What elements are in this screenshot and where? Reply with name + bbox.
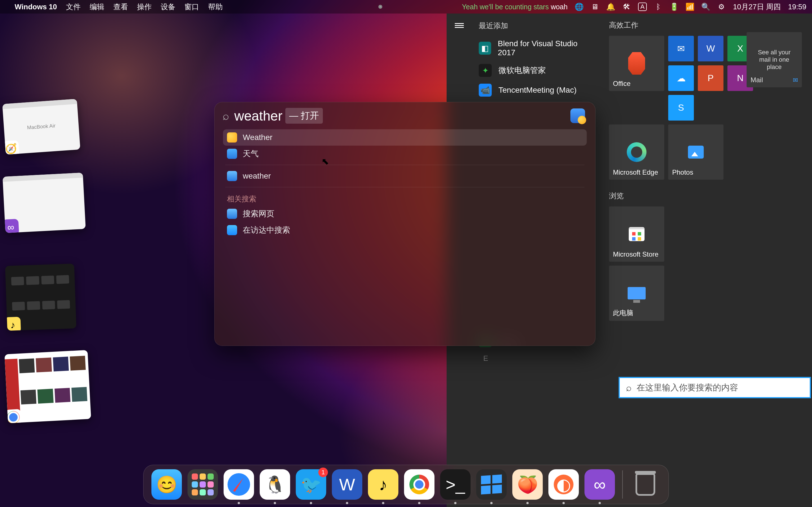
windows-search-placeholder: 在这里输入你要搜索的内容 (637, 382, 738, 393)
input-source-icon[interactable]: A (638, 3, 647, 11)
qqmusic-badge-icon: ♪ (5, 317, 21, 331)
tile-edge[interactable]: Microsoft Edge (609, 124, 664, 180)
mouse-cursor-icon: ⬉ (321, 156, 329, 167)
spotlight-related-heading: 相关搜索 (223, 190, 587, 206)
recording-indicator-icon[interactable] (378, 5, 382, 9)
spotlight-result-tianqi[interactable]: 天气 (223, 146, 587, 162)
menu-view[interactable]: 查看 (113, 2, 128, 12)
blend-icon: ◧ (479, 42, 491, 55)
hamburger-icon[interactable] (455, 22, 464, 29)
tile-skype[interactable]: S (668, 95, 694, 121)
menu-device[interactable]: 设备 (161, 2, 175, 12)
macos-dock: 😊 🐧 🐦1 W ♪ >_ 🍑 ◐ ∞ (143, 465, 669, 504)
window-thumb-4[interactable] (4, 350, 91, 423)
spotlight-related-searchfinder[interactable]: 在访达中搜索 (223, 222, 587, 238)
dock-qqmusic[interactable]: ♪ (368, 469, 398, 500)
menu-file[interactable]: 文件 (66, 2, 81, 12)
globe-icon[interactable]: 🌐 (575, 3, 583, 11)
store-icon (629, 227, 645, 241)
twitter-badge: 1 (318, 467, 328, 477)
tile-powerpoint[interactable]: P (698, 65, 723, 91)
trash-icon (636, 473, 655, 496)
weather-blue-icon (227, 149, 237, 159)
control-center-icon[interactable]: ⚙ (717, 3, 726, 11)
tile-outlook[interactable]: ✉ (668, 36, 694, 61)
office-icon (628, 52, 645, 75)
start-tile-area: 高效工作 Office ✉ W ☁ P X N S See all your m… (599, 13, 812, 507)
safari-small-icon (227, 171, 237, 181)
dock-twitter[interactable]: 🐦1 (296, 469, 326, 500)
battery-icon[interactable]: 🔋 (670, 3, 678, 11)
spotlight-result-weather-web[interactable]: weather (223, 168, 587, 184)
macos-menubar: Windows 10 文件 编辑 查看 操作 设备 窗口 帮助 Yeah we'… (0, 0, 812, 13)
tile-office[interactable]: Office (609, 36, 664, 91)
tencentmeeting-icon: 📹 (479, 83, 492, 97)
divider (225, 165, 585, 165)
window-thumb-1[interactable]: MacBook Air 🧭 (2, 99, 80, 155)
spotlight-hint: — 打开 (285, 108, 323, 124)
edge-icon (627, 142, 647, 162)
window-thumb-2[interactable]: ∞ (3, 173, 86, 233)
start-app-blend[interactable]: ◧ Blend for Visual Studio 2017 (472, 36, 599, 61)
spotlight-result-weather[interactable]: Weather (223, 129, 587, 146)
now-playing-text[interactable]: Yeah we'll be counting stars woah (462, 3, 567, 11)
dock-terminal[interactable]: >_ (440, 469, 470, 500)
spotlight-query[interactable]: weather (234, 108, 283, 124)
search-icon[interactable]: 🔍 (702, 3, 710, 11)
menu-edit[interactable]: 编辑 (90, 2, 104, 12)
dock-finder[interactable]: 😊 (151, 469, 182, 500)
display-mirror-icon[interactable]: 🖥 (591, 3, 599, 11)
tile-onedrive[interactable]: ☁ (668, 65, 694, 91)
menubar-app-name[interactable]: Windows 10 (15, 3, 57, 11)
dock-chrome[interactable] (404, 469, 435, 500)
menubar-time[interactable]: 19:59 (788, 3, 806, 11)
menu-help[interactable]: 帮助 (208, 2, 223, 12)
tile-store[interactable]: Microsoft Store (609, 207, 664, 262)
tools-icon[interactable]: 🛠 (622, 3, 631, 11)
mail-icon: ✉ (793, 76, 798, 84)
tile-word[interactable]: W (698, 36, 723, 61)
dock-trash[interactable] (630, 469, 661, 500)
spotlight-search-row[interactable]: ⌕ weather — 打开 (214, 102, 595, 129)
spotlight-related-searchweb[interactable]: 搜索网页 (223, 206, 587, 222)
dock-windows10[interactable] (476, 469, 507, 500)
tile-mail[interactable]: See all your mail in one place Mail ✉ (747, 32, 802, 87)
notification-bell-icon[interactable]: 🔔 (606, 3, 615, 11)
dock-qq[interactable]: 🐧 (260, 469, 290, 500)
dock-safari[interactable] (223, 469, 254, 500)
dock-filezilla[interactable]: 🍑 (512, 469, 543, 500)
pcmanager-icon: ✦ (479, 64, 492, 77)
tile-group-browse: 浏览 (609, 191, 802, 201)
dock-launchpad[interactable] (188, 469, 218, 500)
menu-action[interactable]: 操作 (137, 2, 152, 12)
spotlight-panel: ⌕ weather — 打开 Weather 天气 weather 相关搜索 搜… (214, 102, 596, 346)
photos-icon (688, 146, 704, 159)
divider (225, 187, 585, 187)
thispc-icon (627, 287, 646, 299)
dock-separator (622, 470, 623, 499)
dock-postman[interactable]: ◐ (548, 469, 579, 500)
start-app-pcmanager[interactable]: ✦ 微软电脑管家 (472, 61, 599, 80)
dock-visualstudio[interactable]: ∞ (585, 469, 615, 500)
tile-photos[interactable]: Photos (668, 124, 723, 180)
window-thumb-3[interactable]: ♪ (5, 264, 77, 331)
recent-added-heading: 最近添加 (472, 21, 599, 36)
menu-window[interactable]: 窗口 (185, 2, 199, 12)
menubar-date[interactable]: 10月27日 周四 (733, 2, 781, 12)
finder-small-icon (227, 225, 237, 235)
wifi-icon[interactable]: 📶 (686, 3, 694, 11)
tile-group-productivity: 高效工作 (609, 20, 802, 30)
windows-search-box[interactable]: ⌕ 在这里输入你要搜索的内容 (619, 377, 811, 398)
bluetooth-icon[interactable]: ᛒ (654, 3, 663, 11)
weather-sun-icon (227, 132, 237, 143)
spotlight-top-hit-icon (570, 108, 585, 123)
magnifier-icon: ⌕ (222, 110, 229, 122)
start-app-tencentmeeting[interactable]: 📹 TencentMeeting (Mac) (472, 80, 599, 100)
search-icon: ⌕ (626, 382, 631, 393)
dock-word[interactable]: W (332, 469, 362, 500)
safari-small-icon (227, 209, 237, 219)
tile-thispc[interactable]: 此电脑 (609, 266, 664, 321)
start-app-letter-e: E (472, 351, 599, 366)
